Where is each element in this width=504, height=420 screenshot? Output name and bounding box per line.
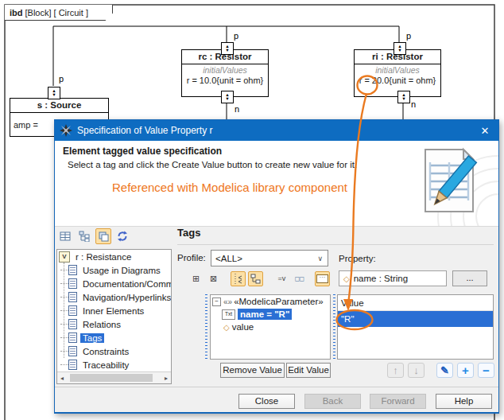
remove-value-icon[interactable]: − (478, 363, 494, 378)
footer-separator (55, 387, 498, 387)
sidebar-item-relations[interactable]: Relations (57, 317, 171, 331)
value-list-selected-value: "R" (341, 314, 354, 324)
tags-tree-item-value[interactable]: ◇ value (211, 321, 330, 333)
port-source-p[interactable]: ▲ ▼ (48, 87, 60, 99)
sidebar-item-usage-in-diagrams[interactable]: Usage in Diagrams (57, 263, 171, 277)
nest-tags-icon[interactable] (248, 271, 263, 286)
block-rc-value: r = 10.0{unit = ohm} (182, 76, 268, 85)
sidebar-item-label: Inner Elements (80, 306, 146, 316)
tags-separator (177, 244, 494, 245)
sidebar-item-navigation-hyperlinks[interactable]: Navigation/Hyperlinks (57, 290, 171, 304)
sidebar-item-label: Constraints (80, 347, 131, 356)
containment-stack-view-icon[interactable] (95, 228, 111, 244)
close-button[interactable]: Close (238, 394, 295, 409)
tree-horizontal-scrollbar[interactable]: ◂ ▸ (57, 371, 171, 383)
sidebar-item-label: Traceability (80, 360, 131, 370)
port-arrow-icon: ▼ (225, 97, 229, 101)
tags-tree-item-name-label: name = "R" (238, 309, 292, 320)
show-values-icon[interactable]: =v (274, 271, 289, 286)
sidebar-item-label: Relations (80, 320, 123, 329)
dialog-title: Specification of Value Property r (77, 125, 471, 136)
sidebar-item-tags[interactable]: Tags (57, 331, 171, 344)
spec-node-icon (68, 360, 77, 370)
close-icon[interactable]: ✕ (471, 120, 498, 141)
scroll-right-icon[interactable]: ▸ (161, 375, 171, 382)
block-ri-stereotype: initialValues (355, 65, 440, 75)
profile-label: Profile: (177, 253, 206, 262)
profile-select[interactable]: <ALL> ∨ (211, 250, 328, 266)
dialog-banner: Element tagged value specification Selec… (55, 141, 498, 227)
tree-root-resistance[interactable]: V r : Resistance (57, 250, 171, 263)
scrollbar-thumb[interactable] (70, 374, 153, 382)
tree-root-label: r : Resistance (73, 252, 134, 262)
spec-node-icon (68, 265, 77, 275)
sidebar-item-constraints[interactable]: Constraints (57, 344, 171, 358)
value-actions: ↑ ↓ ✎ + − (387, 363, 494, 378)
value-list-selected-row[interactable]: "R" (338, 311, 493, 327)
block-rc-resistor[interactable]: rc : Resistor initialValues r = 10.0{uni… (181, 49, 269, 97)
scroll-left-icon[interactable]: ◂ (57, 375, 67, 382)
magicdraw-logo-icon (60, 124, 72, 137)
spec-view-toolbar (57, 228, 130, 245)
sidebar-item-label: Usage in Diagrams (80, 266, 163, 275)
collapse-all-icon[interactable]: ⊠ (206, 271, 221, 286)
panel-splitter[interactable] (205, 294, 207, 360)
port-label-p-source: p (59, 74, 64, 84)
dialog-titlebar[interactable]: Specification of Value Property r ✕ (55, 120, 498, 141)
remove-value-button[interactable]: Remove Value (220, 363, 285, 378)
value-property-icon: V (59, 251, 70, 262)
grid-view-icon[interactable] (57, 228, 73, 244)
port-ri-n[interactable]: ▲ ▼ (397, 91, 410, 103)
spec-node-icon (68, 319, 77, 329)
sidebar-item-documentation[interactable]: Documentation/Comment (57, 277, 171, 290)
diagram-name: [Block] [ Circuit ] (25, 8, 88, 18)
port-arrow-icon: ▼ (401, 97, 405, 101)
expand-all-icon[interactable]: ⊞ (188, 271, 204, 286)
mode-dots: ··· (316, 274, 328, 283)
edit-pencil-icon[interactable]: ✎ (436, 363, 453, 378)
spec-navigation-tree: V r : Resistance Usage in Diagrams Docum… (56, 249, 172, 384)
port-arrow-icon: ▼ (397, 49, 401, 52)
diagram-header-tab: ibd [Block] [ Circuit ] (5, 5, 113, 21)
value-list-panel: Value "R" (337, 294, 494, 360)
forward-button[interactable]: Forward (370, 394, 426, 409)
add-value-icon[interactable]: + (457, 363, 474, 378)
port-rc-p[interactable]: ▲ ▼ (221, 42, 234, 55)
move-up-icon[interactable]: ↑ (387, 363, 404, 378)
spec-node-icon (68, 292, 77, 302)
document-pencil-icon (414, 145, 487, 218)
block-source-title: s : Source (10, 99, 108, 113)
port-label-p-ri: p (406, 31, 411, 41)
block-ri-resistor[interactable]: ri : Resistor initialValues r = 20.0{uni… (354, 49, 441, 97)
collapse-node-icon[interactable]: − (212, 298, 221, 306)
browse-property-button[interactable]: ... (452, 270, 487, 286)
property-field[interactable]: ◇ name : String (339, 270, 447, 286)
tags-tree-item-name[interactable]: Txt name = "R" (211, 308, 330, 321)
show-tags-tree-icon[interactable] (231, 271, 246, 286)
refresh-icon[interactable] (114, 228, 130, 244)
spec-node-icon (68, 346, 77, 356)
sidebar-item-label-selected: Tags (80, 333, 104, 343)
back-button[interactable]: Back (304, 394, 361, 409)
sidebar-item-inner-elements[interactable]: Inner Elements (57, 304, 171, 317)
port-ri-p[interactable]: ▲ ▼ (394, 42, 406, 55)
move-down-icon[interactable]: ↓ (408, 363, 425, 378)
sidebar-item-label: Documentation/Comment (80, 279, 172, 289)
diamond-icon: ◇ (223, 323, 230, 332)
tags-tree-root[interactable]: − «» «ModelicaParameter» (211, 295, 330, 308)
panel-splitter[interactable] (333, 294, 335, 360)
specification-dialog: Specification of Value Property r ✕ Elem… (54, 119, 499, 414)
diamond-icon: ◇ (343, 274, 350, 283)
port-rc-n[interactable]: ▲ ▼ (221, 91, 234, 103)
property-label: Property: (339, 254, 376, 263)
profile-value: <ALL> (215, 254, 242, 263)
banner-annotation: Referenced with Modelica library compone… (112, 181, 347, 194)
display-mode-icon[interactable]: ··· (315, 271, 330, 286)
help-button[interactable]: Help (436, 394, 492, 409)
tags-toolbar: ⊞ ⊠ =v ◻◻ ··· (188, 270, 330, 286)
grid-layout-icon[interactable]: ◻◻ (292, 271, 307, 286)
sidebar-item-traceability[interactable]: Traceability (57, 358, 171, 371)
tree-view-icon[interactable] (76, 228, 92, 244)
edit-value-button[interactable]: Edit Value (286, 363, 331, 378)
port-arrow-icon: ▼ (225, 49, 229, 52)
